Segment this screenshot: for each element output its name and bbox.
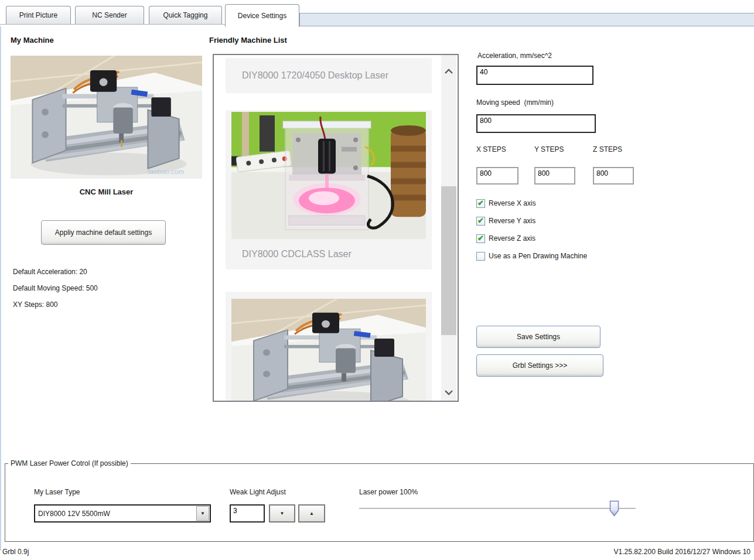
machine-list-scrollbar[interactable]: [441, 55, 456, 401]
check-icon: ✔: [477, 234, 484, 242]
z-steps-label: Z STEPS: [593, 145, 622, 153]
my-machine-photo: taobao.com: [11, 56, 202, 179]
laser-power-slider-track[interactable]: [359, 508, 636, 509]
tab-page-border: [0, 26, 1, 551]
combo-dropdown-icon[interactable]: ▼: [196, 506, 209, 521]
reverse-x-checkbox[interactable]: ✔ Reverse X axis: [476, 198, 536, 209]
arrow-down-icon: ▼: [280, 511, 285, 516]
tab-print-picture[interactable]: Print Picture: [6, 6, 71, 24]
z-steps-input[interactable]: 800: [593, 167, 634, 185]
tab-strip-underline: [0, 24, 225, 25]
laser-power-label: Laser power 100%: [359, 488, 418, 496]
checkbox-box: ✔: [476, 234, 485, 243]
laser-type-label: My Laser Type: [34, 488, 80, 496]
machine-caption: CNC Mill Laser: [11, 187, 202, 196]
pwm-groupbox-title: PWM Laser Power Cotrol (If possible): [8, 459, 131, 467]
default-acceleration-text: Default Acceleration: 20: [13, 268, 87, 276]
device-settings-window: Print Picture NC Sender Quick Tagging De…: [0, 0, 754, 560]
tab-strip-filler: [299, 13, 754, 26]
checkbox-box: ✔: [476, 252, 485, 261]
apply-defaults-button[interactable]: Appliy machine default settings: [41, 220, 166, 245]
checkbox-box: ✔: [476, 199, 485, 208]
cnc-mill-list-photo: [231, 299, 426, 401]
weak-light-decrease-button[interactable]: ▼: [269, 504, 295, 523]
weak-light-input[interactable]: 3: [230, 504, 265, 523]
photo-watermark: taobao.com: [148, 168, 184, 175]
cdclass-laser-photo-illustration: [231, 112, 426, 239]
checkbox-label: Reverse Z axis: [489, 234, 535, 243]
laser-power-slider-thumb[interactable]: [609, 500, 619, 517]
weak-light-label: Weak Light Adjust: [230, 488, 286, 496]
xy-steps-text: XY Steps: 800: [13, 301, 58, 309]
scroll-up-icon[interactable]: [445, 66, 453, 71]
arrow-up-icon: ▲: [309, 511, 314, 516]
reverse-z-checkbox[interactable]: ✔ Reverse Z axis: [476, 233, 535, 244]
x-steps-input[interactable]: 800: [476, 167, 518, 185]
checkbox-label: Reverse Y axis: [489, 217, 535, 225]
default-speed-text: Default Moving Speed: 500: [13, 284, 98, 292]
check-icon: ✔: [477, 217, 484, 224]
app-version-text: V1.25.82.200 Build 2016/12/27 Windows 10: [613, 548, 750, 556]
laser-type-combobox[interactable]: DIY8000 12V 5500mW ▼: [34, 504, 211, 523]
cdclass-laser-photo: [231, 112, 426, 239]
scroll-down-icon[interactable]: [445, 387, 453, 392]
moving-speed-label: Moving speed (mm/min): [476, 98, 554, 107]
my-machine-heading: My Machine: [11, 36, 54, 45]
machine-list: DIY8000 1720/4050 Desktop Laser: [213, 54, 459, 402]
y-steps-input[interactable]: 800: [534, 167, 575, 185]
acceleration-label: Acceleration, mm/sec^2: [477, 52, 552, 60]
moving-speed-input[interactable]: 800: [476, 114, 596, 133]
check-icon: ✔: [477, 199, 484, 207]
save-settings-button[interactable]: Save Settings: [476, 326, 601, 348]
list-item-cnc-mill[interactable]: [226, 292, 432, 401]
cnc-mill-photo-illustration: [231, 299, 426, 401]
list-item-cdclass-laser[interactable]: DIY8000 CDCLASS Laser: [226, 110, 432, 269]
acceleration-input[interactable]: 40: [476, 66, 593, 85]
pen-drawing-checkbox[interactable]: ✔ Use as a Pen Drawing Machine: [476, 251, 587, 261]
laser-type-value: DIY8000 12V 5500mW: [35, 510, 196, 518]
checkbox-label: Reverse X axis: [489, 199, 536, 207]
grbl-settings-button[interactable]: Grbl Settings >>>: [476, 354, 603, 377]
list-item-desktop-laser[interactable]: DIY8000 1720/4050 Desktop Laser: [226, 58, 432, 93]
tab-device-settings[interactable]: Device Settings: [225, 4, 299, 27]
x-steps-label: X STEPS: [476, 145, 506, 153]
list-item-label: DIY8000 CDCLASS Laser: [242, 239, 429, 269]
tab-nc-sender[interactable]: NC Sender: [75, 6, 144, 24]
checkbox-label: Use as a Pen Drawing Machine: [489, 252, 587, 260]
cnc-mill-photo-illustration: taobao.com: [11, 56, 202, 179]
reverse-y-checkbox[interactable]: ✔ Reverse Y axis: [476, 216, 535, 226]
pwm-groupbox: [5, 463, 754, 542]
tab-quick-tagging[interactable]: Quick Tagging: [149, 6, 222, 24]
grbl-version-text: Grbl 0.9j: [2, 548, 29, 556]
weak-light-increase-button[interactable]: ▲: [298, 504, 325, 523]
list-item-label: DIY8000 1720/4050 Desktop Laser: [242, 58, 429, 93]
scrollbar-thumb[interactable]: [441, 186, 456, 335]
y-steps-label: Y STEPS: [534, 145, 564, 153]
friendly-machine-list-heading: Friendly Machine List: [209, 36, 287, 45]
checkbox-box: ✔: [476, 217, 485, 226]
